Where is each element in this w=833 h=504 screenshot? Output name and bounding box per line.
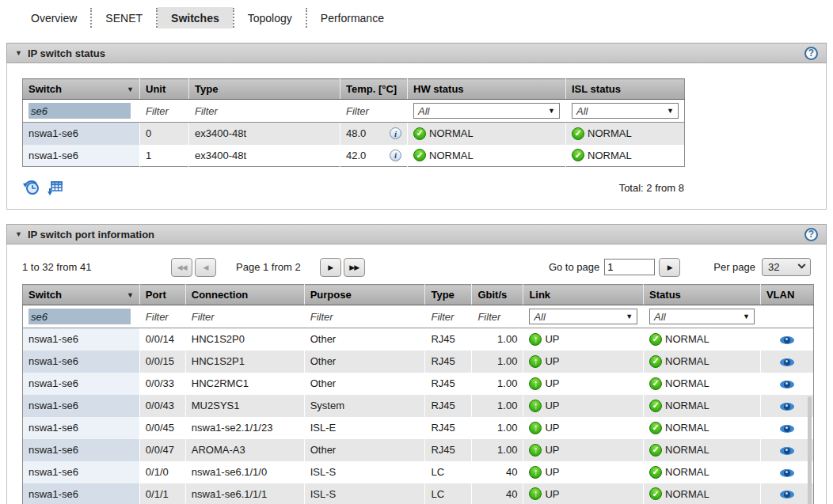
- table-row[interactable]: nswa1-se6 0/0/33 HNC2RMC1 Other RJ45 1.0…: [23, 373, 814, 395]
- col-port[interactable]: Port: [139, 285, 185, 305]
- cell-status: NORMAL: [665, 466, 709, 478]
- table-row[interactable]: nswa1-se6 1 ex3400-48t 42.0 i ✓ NORMAL ✓…: [23, 145, 685, 167]
- table-footer: Total: 2 from 8: [22, 177, 684, 198]
- tab-topology[interactable]: Topology: [234, 7, 306, 28]
- table-row[interactable]: nswa1-se6 0 ex3400-48t 48.0 i ✓ NORMAL ✓…: [23, 123, 685, 145]
- link-up-icon: ↑: [529, 377, 542, 390]
- switch-filter-input[interactable]: se6: [29, 103, 131, 119]
- help-icon[interactable]: ?: [804, 47, 818, 60]
- next-page-button[interactable]: ▶: [320, 258, 341, 277]
- view-vlan-eye-icon[interactable]: [780, 469, 794, 477]
- cell-purpose: ISL-E: [304, 417, 425, 439]
- gbit-filter-input[interactable]: Filter: [472, 305, 523, 328]
- cell-link: UP: [545, 355, 559, 367]
- status-filter-dropdown[interactable]: All ▼: [649, 309, 755, 324]
- cell-port: 0/0/14: [139, 328, 185, 351]
- first-page-button[interactable]: ◀◀: [171, 258, 192, 277]
- cell-isl-status: NORMAL: [588, 150, 632, 161]
- cell-type: RJ45: [425, 328, 472, 351]
- connection-filter-input[interactable]: Filter: [185, 305, 304, 328]
- tab-switches[interactable]: Switches: [158, 7, 233, 28]
- tab-overview[interactable]: Overview: [17, 7, 90, 28]
- table-row[interactable]: nswa1-se6 0/0/47 AROMA-A3 Other RJ45 1.0…: [23, 439, 814, 461]
- cell-gbit: 1.00: [472, 373, 523, 395]
- cell-port: 0/0/47: [139, 439, 185, 461]
- sort-dropdown-icon[interactable]: ▼: [124, 85, 134, 93]
- cell-hw-status: NORMAL: [429, 150, 474, 161]
- hw-status-filter-dropdown[interactable]: All ▼: [413, 103, 560, 119]
- table-row[interactable]: nswa1-se6 0/0/15 HNC1S2P1 Other RJ45 1.0…: [23, 351, 814, 373]
- export-table-icon[interactable]: [46, 179, 63, 196]
- collapse-icon[interactable]: ▼: [15, 230, 22, 238]
- previous-page-button[interactable]: ◀: [195, 258, 216, 277]
- view-vlan-eye-icon[interactable]: [780, 425, 794, 433]
- status-ok-icon: ✓: [649, 444, 662, 457]
- col-type[interactable]: Type: [189, 79, 340, 100]
- view-vlan-eye-icon[interactable]: [780, 447, 794, 455]
- view-vlan-eye-icon[interactable]: [780, 403, 794, 411]
- port-filter-input[interactable]: Filter: [139, 305, 185, 328]
- col-status[interactable]: Status: [644, 285, 761, 305]
- cell-connection: HNC2RMC1: [185, 373, 304, 395]
- link-filter-dropdown[interactable]: All ▼: [529, 309, 637, 324]
- tab-performance[interactable]: Performance: [307, 7, 397, 28]
- table-row[interactable]: nswa1-se6 0/0/14 HNC1S2P0 Other RJ45 1.0…: [23, 328, 814, 351]
- tab-senet[interactable]: SENET: [92, 7, 156, 28]
- link-up-icon: ↑: [529, 487, 542, 500]
- col-switch[interactable]: Switch ▼: [23, 285, 140, 305]
- goto-page-button[interactable]: ▶: [659, 258, 680, 277]
- col-gbit[interactable]: Gbit/s: [472, 285, 523, 305]
- dropdown-value: All: [654, 311, 665, 323]
- isl-status-filter-dropdown[interactable]: All ▼: [572, 103, 679, 119]
- info-icon[interactable]: i: [390, 127, 401, 139]
- switch-status-table: Switch ▼ Unit Type Temp. [°C] HW status …: [22, 78, 685, 167]
- table-row[interactable]: nswa1-se6 0/1/0 nswa1-se6.1/1/0 ISL-S LC…: [23, 461, 814, 483]
- col-vlan[interactable]: VLAN: [760, 285, 813, 305]
- refresh-history-icon[interactable]: [22, 179, 41, 196]
- col-isl-status[interactable]: ISL status: [566, 79, 685, 100]
- col-switch[interactable]: Switch ▼: [23, 79, 140, 100]
- per-page-select[interactable]: 32: [762, 258, 811, 276]
- page-indicator: Page 1 from 2: [236, 261, 301, 273]
- cell-gbit: 1.00: [472, 328, 523, 351]
- type-filter-input[interactable]: Filter: [425, 305, 472, 328]
- type-filter-input[interactable]: Filter: [189, 100, 340, 123]
- cell-switch: nswa1-se6: [23, 417, 140, 439]
- col-purpose[interactable]: Purpose: [304, 285, 425, 305]
- col-link[interactable]: Link: [523, 285, 644, 305]
- chevron-down-icon: ▼: [743, 313, 750, 320]
- cell-switch: nswa1-se6: [23, 145, 140, 167]
- col-hw-status[interactable]: HW status: [408, 79, 566, 100]
- view-vlan-eye-icon[interactable]: [780, 491, 794, 498]
- temp-filter-input[interactable]: Filter: [340, 100, 408, 123]
- view-vlan-eye-icon[interactable]: [780, 336, 794, 344]
- cell-status: NORMAL: [665, 488, 709, 500]
- ip-switch-status-header[interactable]: ▼ IP switch status ?: [6, 43, 827, 63]
- col-unit[interactable]: Unit: [140, 79, 189, 100]
- sort-dropdown-icon[interactable]: ▼: [124, 291, 134, 299]
- cell-link: UP: [545, 333, 559, 345]
- purpose-filter-input[interactable]: Filter: [304, 305, 425, 328]
- table-row[interactable]: nswa1-se6 0/0/43 MU2SYS1 System RJ45 1.0…: [23, 395, 814, 417]
- cell-unit: 0: [140, 123, 189, 145]
- col-connection[interactable]: Connection: [185, 285, 304, 305]
- help-icon[interactable]: ?: [804, 228, 818, 241]
- cell-connection: HNC1S2P1: [185, 351, 304, 373]
- cell-status: NORMAL: [665, 444, 709, 456]
- table-row[interactable]: nswa1-se6 0/1/1 nswa1-se6.1/1/1 ISL-S LC…: [23, 483, 814, 504]
- panel-title: IP switch port information: [28, 229, 154, 241]
- view-vlan-eye-icon[interactable]: [780, 358, 794, 366]
- ip-switch-status-body: Switch ▼ Unit Type Temp. [°C] HW status …: [6, 63, 827, 210]
- table-scrollbar[interactable]: [808, 396, 812, 504]
- col-type[interactable]: Type: [425, 285, 472, 305]
- last-page-button[interactable]: ▶▶: [344, 258, 365, 277]
- unit-filter-input[interactable]: Filter: [140, 100, 189, 123]
- goto-page-input[interactable]: [604, 259, 655, 275]
- info-icon[interactable]: i: [390, 150, 401, 161]
- collapse-icon[interactable]: ▼: [15, 49, 22, 57]
- view-vlan-eye-icon[interactable]: [780, 381, 794, 388]
- col-temp[interactable]: Temp. [°C]: [340, 79, 408, 100]
- switch-filter-input[interactable]: se6: [29, 309, 131, 324]
- table-row[interactable]: nswa1-se6 0/0/45 nswa1-se2.1/1/23 ISL-E …: [23, 417, 814, 439]
- ip-switch-port-header[interactable]: ▼ IP switch port information ?: [6, 224, 827, 244]
